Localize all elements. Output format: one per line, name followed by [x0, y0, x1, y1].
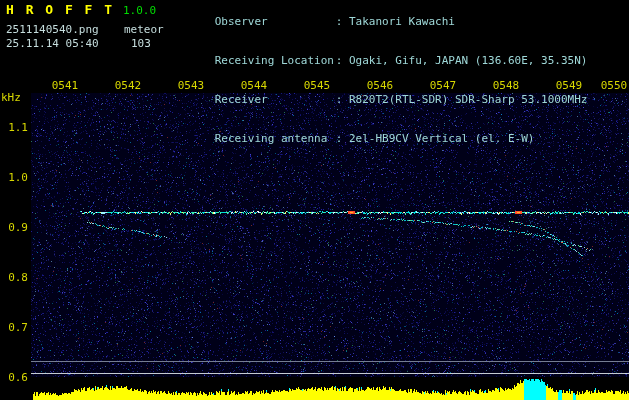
info-separator: :: [336, 93, 349, 106]
info-label: Receiving Location: [215, 54, 336, 67]
info-row-antenna: Receiving antenna: 2el-HB9CV Vertical (e…: [175, 119, 587, 158]
info-label: Receiver: [215, 93, 336, 106]
hrofft-window: H R O F F T 1.0.0 2511140540.png meteor …: [0, 0, 629, 400]
info-row-location: Receiving Location: Ogaki, Gifu, JAPAN (…: [175, 41, 587, 80]
info-value: Takanori Kawachi: [349, 15, 455, 28]
freq-tick-label: 0.8: [0, 271, 28, 284]
freq-tick-label: 1.1: [0, 121, 28, 134]
time-tick-label: 0541: [51, 79, 79, 92]
info-value: Ogaki, Gifu, JAPAN (136.60E, 35.35N): [349, 54, 587, 67]
info-value: 2el-HB9CV Vertical (el. E-W): [349, 132, 534, 145]
time-tick-label: 0549: [555, 79, 583, 92]
info-label: Observer: [215, 15, 336, 28]
freq-tick-label: 0.7: [0, 321, 28, 334]
info-separator: :: [336, 15, 349, 28]
time-tick-label: 0548: [492, 79, 520, 92]
freq-tick-label: 0.9: [0, 221, 28, 234]
info-separator: :: [336, 54, 349, 67]
info-row-observer: Observer: Takanori Kawachi: [175, 2, 587, 41]
time-tick-label: 0543: [177, 79, 205, 92]
time-tick-label: 0547: [429, 79, 457, 92]
info-separator: :: [336, 132, 349, 145]
time-tick-label: 0546: [366, 79, 394, 92]
datetime-label: 25.11.14 05:40: [6, 37, 99, 50]
time-tick-label: 0544: [240, 79, 268, 92]
freq-tick-label: 0.6: [0, 371, 28, 384]
info-label: Receiving antenna: [215, 132, 336, 145]
time-tick-label: 0542: [114, 79, 142, 92]
echo-count: 103: [131, 37, 151, 50]
output-filename: 2511140540.png: [6, 23, 99, 36]
freq-unit-label: kHz: [1, 91, 21, 104]
info-value: R820T2(RTL-SDR) SDR-Sharp 53.1000MHz: [349, 93, 587, 106]
app-version: 1.0.0: [123, 4, 156, 17]
mode-label: meteor: [124, 23, 164, 36]
time-tick-label: 0550: [600, 79, 628, 92]
freq-tick-label: 1.0: [0, 171, 28, 184]
time-tick-label: 0545: [303, 79, 331, 92]
app-title: H R O F F T: [6, 2, 114, 17]
